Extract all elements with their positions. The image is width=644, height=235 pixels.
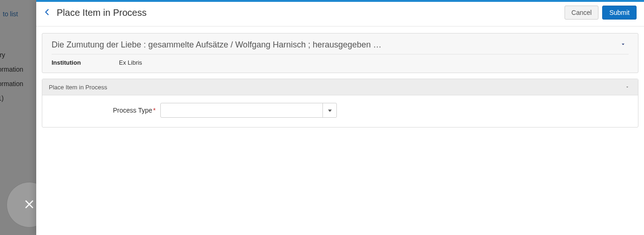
process-type-row: Process Type* (42, 95, 638, 127)
institution-label: Institution (52, 59, 119, 66)
process-type-label: Process Type* (49, 107, 160, 114)
record-title-row: Die Zumutung der Liebe : gesammelte Aufs… (52, 39, 629, 54)
header-actions: Cancel Submit (565, 6, 637, 20)
cancel-button[interactable]: Cancel (565, 6, 599, 20)
submit-button[interactable]: Submit (602, 6, 637, 20)
chevron-left-icon (43, 8, 52, 18)
caret-down-icon (328, 107, 332, 114)
record-summary-card: Die Zumutung der Liebe : gesammelte Aufs… (42, 33, 638, 73)
panel-header: Place Item in Process Cancel Submit (36, 2, 644, 27)
record-title: Die Zumutung der Liebe : gesammelte Aufs… (52, 40, 618, 50)
process-type-label-text: Process Type (113, 107, 152, 114)
section-title: Place Item in Process (49, 84, 107, 91)
expand-record-button[interactable] (618, 39, 629, 50)
chevron-down-icon (625, 84, 630, 91)
page-title: Place Item in Process (57, 7, 146, 18)
form-card: Place Item in Process Process Type* (42, 79, 638, 128)
record-meta-row: Institution Ex Libris (52, 54, 629, 66)
collapse-section-button[interactable] (623, 83, 631, 91)
institution-value: Ex Libris (119, 59, 142, 66)
required-asterisk: * (153, 107, 156, 114)
process-type-combobox[interactable] (160, 103, 337, 118)
close-icon (22, 197, 36, 213)
process-type-dropdown-button[interactable] (322, 103, 336, 117)
slideout-panel: Place Item in Process Cancel Submit Die … (36, 0, 644, 235)
section-header: Place Item in Process (42, 79, 638, 95)
chevron-down-icon (620, 41, 626, 49)
panel-body: Die Zumutung der Liebe : gesammelte Aufs… (36, 27, 644, 134)
back-button[interactable] (41, 6, 54, 19)
process-type-input[interactable] (161, 103, 322, 117)
